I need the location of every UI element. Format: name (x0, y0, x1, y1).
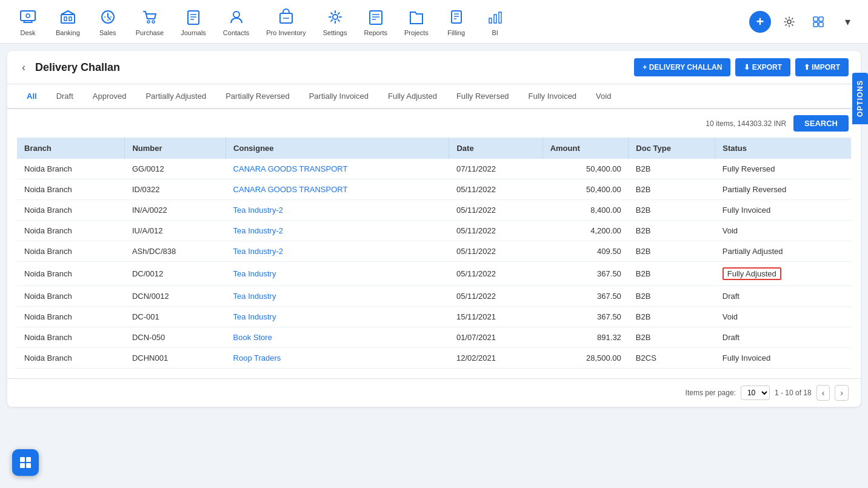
cell-amount: 409.50 (542, 241, 629, 262)
cell-amount: 367.50 (542, 286, 629, 307)
tab-partially-adjusted[interactable]: Partially Adjusted (136, 84, 216, 109)
grid-button[interactable] (807, 11, 829, 33)
import-button[interactable]: ⬆ IMPORT (795, 58, 849, 76)
nav-label-journals: Journals (181, 29, 206, 36)
cell-amount: 8,400.00 (542, 200, 629, 221)
tab-approved[interactable]: Approved (83, 84, 136, 109)
table-row: Noida BranchDC/0012Tea Industry05/11/202… (17, 262, 851, 286)
cell-branch: Noida Branch (17, 262, 125, 286)
tab-fully-adjusted[interactable]: Fully Adjusted (378, 84, 447, 109)
cell-consignee[interactable]: Tea Industry (226, 307, 449, 327)
cell-doc-type: B2B (629, 327, 715, 348)
col-number: Number (125, 138, 226, 159)
add-button[interactable]: + (749, 11, 771, 33)
search-button[interactable]: SEARCH (793, 115, 849, 132)
nav-item-desk[interactable]: Desk (10, 2, 46, 41)
cell-consignee[interactable]: Tea Industry-2 (226, 241, 449, 262)
cell-number: DC/0012 (125, 262, 226, 286)
cell-date: 15/11/2021 (449, 307, 542, 327)
nav-label-projects: Projects (404, 29, 429, 36)
table-row: Noida BranchDCN-050Book Store01/07/20218… (17, 327, 851, 348)
tab-partially-invoiced[interactable]: Partially Invoiced (299, 84, 378, 109)
cell-amount: 367.50 (542, 307, 629, 327)
svg-rect-33 (819, 22, 823, 27)
tab-all[interactable]: All (17, 84, 47, 109)
projects-icon (407, 7, 426, 27)
status-highlighted: Fully Adjusted (723, 267, 781, 280)
prev-page-button[interactable]: ‹ (816, 385, 830, 401)
gear-button[interactable] (778, 11, 800, 33)
tab-partially-reversed[interactable]: Partially Reversed (216, 84, 299, 109)
cell-amount: 50,400.00 (542, 179, 629, 200)
toolbar: 10 items, 144303.32 INR SEARCH (7, 109, 861, 138)
svg-rect-31 (819, 17, 823, 21)
table-row: Noida BranchIU/A/012Tea Industry-205/11/… (17, 221, 851, 241)
cell-consignee[interactable]: Tea Industry-2 (226, 221, 449, 241)
pagination-row: Items per page: 10 25 50 1 - 10 of 18 ‹ … (7, 378, 861, 407)
table-row: Noida BranchDC-001Tea Industry15/11/2021… (17, 307, 851, 327)
cell-branch: Noida Branch (17, 159, 125, 179)
cell-consignee[interactable]: Book Store (226, 327, 449, 348)
nav-label-bi: BI (492, 29, 498, 36)
col-status: Status (715, 138, 851, 159)
tabs-row: AllDraftApprovedPartially AdjustedPartia… (7, 84, 861, 109)
items-count: 10 items, 144303.32 INR (706, 119, 786, 128)
tab-draft[interactable]: Draft (47, 84, 83, 109)
nav-item-filling[interactable]: Filling (438, 2, 475, 41)
cell-number: ASh/DC/838 (125, 241, 226, 262)
svg-rect-10 (188, 11, 199, 24)
cell-doc-type: B2B (629, 200, 715, 221)
nav-item-journals[interactable]: Journals (173, 2, 213, 41)
svg-rect-22 (452, 11, 461, 23)
delivery-challan-button[interactable]: + DELIVERY CHALLAN (634, 58, 730, 76)
cell-date: 05/11/2022 (449, 286, 542, 307)
cell-consignee[interactable]: Roop Traders (226, 348, 449, 369)
nav-label-pro-inventory: Pro Inventory (266, 29, 305, 36)
cell-date: 12/02/2021 (449, 348, 542, 369)
tab-void[interactable]: Void (586, 84, 621, 109)
table-container: BranchNumberConsigneeDateAmountDoc TypeS… (7, 138, 861, 378)
cell-date: 05/11/2022 (449, 179, 542, 200)
nav-item-projects[interactable]: Projects (397, 2, 436, 41)
cell-number: GG/0012 (125, 159, 226, 179)
nav-item-reports[interactable]: Reports (356, 2, 395, 41)
cell-branch: Noida Branch (17, 348, 125, 369)
cell-consignee[interactable]: CANARA GOODS TRANSPORT (226, 179, 449, 200)
header-actions: + DELIVERY CHALLAN ⬇ EXPORT ⬆ IMPORT (634, 58, 849, 76)
banking-icon (58, 7, 78, 27)
nav-item-pro-inventory[interactable]: Pro Inventory (259, 2, 313, 41)
table-row: Noida BranchIN/A/0022Tea Industry-205/11… (17, 200, 851, 221)
cell-consignee[interactable]: Tea Industry (226, 286, 449, 307)
nav-item-sales[interactable]: Sales (90, 2, 126, 41)
table-row: Noida BranchID/0322CANARA GOODS TRANSPOR… (17, 179, 851, 200)
back-button[interactable]: ‹ (19, 59, 28, 76)
svg-rect-32 (813, 22, 818, 27)
nav-item-purchase[interactable]: Purchase (129, 2, 171, 41)
nav-item-bi[interactable]: BI (477, 2, 513, 41)
cell-consignee[interactable]: Tea Industry-2 (226, 200, 449, 221)
svg-rect-30 (813, 17, 818, 21)
tab-fully-invoiced[interactable]: Fully Invoiced (519, 84, 586, 109)
journals-icon (184, 7, 203, 27)
chevron-down-button[interactable]: ▾ (836, 11, 858, 33)
cell-consignee[interactable]: Tea Industry (226, 262, 449, 286)
desk-icon (18, 7, 38, 27)
next-page-button[interactable]: › (835, 385, 849, 401)
svg-point-8 (147, 21, 150, 23)
options-tab[interactable]: OPTIONS (852, 73, 868, 124)
nav-item-settings[interactable]: Settings (316, 2, 355, 41)
cell-consignee[interactable]: CANARA GOODS TRANSPORT (226, 159, 449, 179)
nav-item-banking[interactable]: Banking (48, 2, 87, 41)
svg-point-9 (152, 21, 155, 23)
sales-icon (98, 7, 118, 27)
cell-doc-type: B2B (629, 307, 715, 327)
cell-branch: Noida Branch (17, 179, 125, 200)
svg-point-14 (233, 12, 239, 18)
cell-number: ID/0322 (125, 179, 226, 200)
nav-item-contacts[interactable]: Contacts (216, 2, 256, 41)
cell-status: Fully Reversed (715, 159, 851, 179)
items-per-page-select[interactable]: 10 25 50 (741, 386, 770, 400)
export-button[interactable]: ⬇ EXPORT (735, 58, 790, 76)
settings-icon (326, 7, 345, 27)
tab-fully-reversed[interactable]: Fully Reversed (447, 84, 519, 109)
